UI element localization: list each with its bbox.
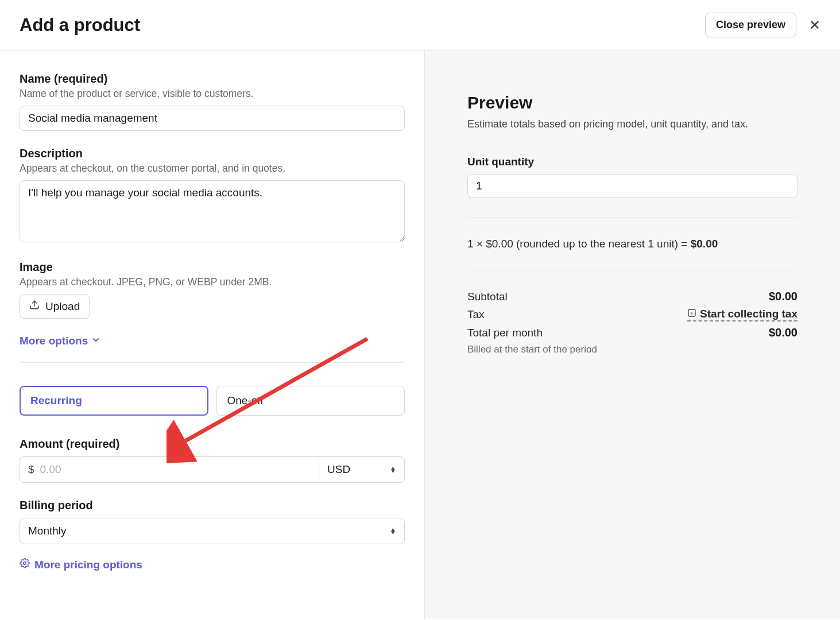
one-off-button[interactable]: One-off	[216, 386, 405, 416]
updown-icon: ▲▼	[390, 467, 396, 473]
upload-button[interactable]: Upload	[20, 294, 90, 319]
preview-subtitle: Estimate totals based on pricing model, …	[467, 118, 798, 130]
close-preview-button[interactable]: Close preview	[705, 13, 796, 37]
pricing-type-toggle: Recurring One-off	[20, 386, 405, 416]
close-icon[interactable]: ✕	[809, 18, 820, 32]
description-label: Description	[20, 147, 405, 160]
gear-icon	[20, 558, 30, 571]
unit-quantity-input[interactable]	[467, 174, 798, 198]
total-row: Total per month $0.00	[467, 326, 798, 339]
image-hint: Appears at checkout. JPEG, PNG, or WEBP …	[20, 276, 405, 288]
updown-icon: ▲▼	[390, 528, 396, 534]
billed-hint: Billed at the start of the period	[467, 344, 798, 355]
tax-row: Tax Start collecting tax	[467, 308, 798, 321]
chevron-down-icon	[91, 335, 100, 347]
info-icon	[687, 308, 696, 320]
preview-divider	[467, 270, 798, 270]
image-label: Image	[20, 261, 405, 274]
preview-panel: Preview Estimate totals based on pricing…	[425, 51, 840, 619]
calc-line: 1 × $0.00 (rounded up to the nearest 1 u…	[467, 238, 798, 250]
currency-prefix: $	[28, 463, 34, 476]
svg-point-1	[24, 562, 26, 565]
section-divider	[20, 362, 405, 363]
amount-input[interactable]	[40, 463, 311, 476]
start-collecting-tax-link[interactable]: Start collecting tax	[687, 308, 798, 321]
more-pricing-options[interactable]: More pricing options	[20, 558, 142, 571]
page-header: Add a product Close preview ✕	[0, 0, 840, 51]
amount-label: Amount (required)	[20, 437, 405, 451]
upload-icon	[29, 300, 40, 313]
preview-divider	[467, 218, 798, 218]
name-hint: Name of the product or service, visible …	[20, 88, 405, 100]
preview-title: Preview	[467, 93, 798, 113]
page-title: Add a product	[20, 15, 140, 36]
recurring-button[interactable]: Recurring	[20, 386, 208, 416]
form-panel: Name (required) Name of the product or s…	[0, 51, 425, 619]
currency-select[interactable]: USD ▲▼	[319, 456, 405, 483]
description-hint: Appears at checkout, on the customer por…	[20, 162, 405, 175]
subtotal-row: Subtotal $0.00	[467, 290, 798, 303]
description-input[interactable]	[20, 180, 405, 242]
name-label: Name (required)	[20, 72, 405, 86]
billing-period-label: Billing period	[20, 499, 405, 512]
name-input[interactable]	[20, 106, 405, 131]
unit-quantity-label: Unit quantity	[467, 156, 798, 168]
amount-input-wrap[interactable]: $	[20, 456, 319, 483]
upload-label: Upload	[45, 300, 80, 313]
more-options-toggle[interactable]: More options	[20, 335, 100, 347]
billing-period-select[interactable]: Monthly ▲▼	[20, 518, 405, 544]
